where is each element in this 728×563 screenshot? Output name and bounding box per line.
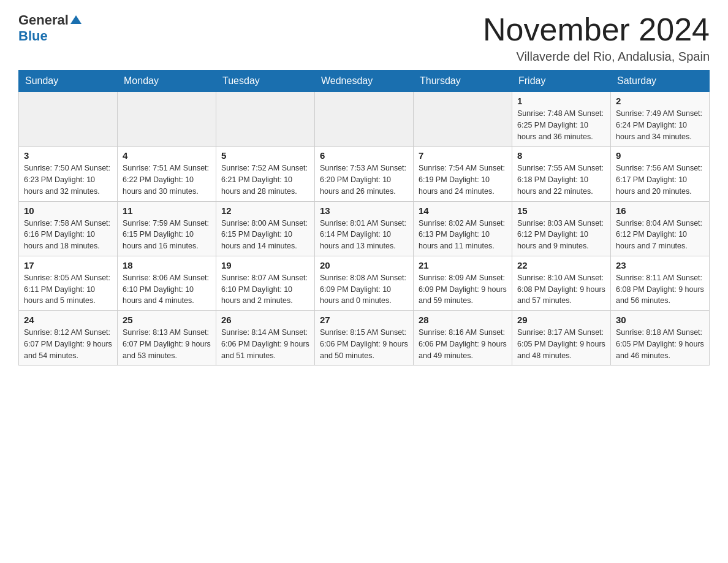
calendar-cell: 23Sunrise: 8:11 AM Sunset: 6:08 PM Dayli… [611,256,710,310]
day-number: 11 [123,205,211,216]
calendar-cell: 24Sunrise: 8:12 AM Sunset: 6:07 PM Dayli… [19,311,118,366]
day-number: 1 [517,96,605,106]
day-info: Sunrise: 7:54 AM Sunset: 6:19 PM Dayligh… [419,163,507,197]
calendar-week-row: 1Sunrise: 7:48 AM Sunset: 6:25 PM Daylig… [19,92,710,147]
calendar-cell: 29Sunrise: 8:17 AM Sunset: 6:05 PM Dayli… [512,311,611,366]
location-title: Villaverde del Rio, Andalusia, Spain [483,50,710,64]
weekday-header-saturday: Saturday [611,71,710,92]
day-number: 22 [517,260,605,270]
day-info: Sunrise: 8:18 AM Sunset: 6:05 PM Dayligh… [616,327,704,361]
day-number: 13 [320,205,408,216]
day-info: Sunrise: 8:10 AM Sunset: 6:08 PM Dayligh… [517,272,605,307]
day-info: Sunrise: 7:53 AM Sunset: 6:20 PM Dayligh… [320,163,408,197]
calendar-cell: 21Sunrise: 8:09 AM Sunset: 6:09 PM Dayli… [414,256,512,310]
calendar-cell: 4Sunrise: 7:51 AM Sunset: 6:22 PM Daylig… [118,147,216,201]
calendar-cell [216,92,315,147]
weekday-header-thursday: Thursday [414,71,512,92]
calendar-cell: 1Sunrise: 7:48 AM Sunset: 6:25 PM Daylig… [512,92,611,147]
calendar-cell: 16Sunrise: 8:04 AM Sunset: 6:12 PM Dayli… [611,201,710,256]
day-info: Sunrise: 8:17 AM Sunset: 6:05 PM Dayligh… [517,327,605,361]
calendar-cell: 8Sunrise: 7:55 AM Sunset: 6:18 PM Daylig… [512,147,611,201]
day-number: 7 [419,150,507,161]
day-info: Sunrise: 8:11 AM Sunset: 6:08 PM Dayligh… [616,272,704,307]
calendar-cell: 11Sunrise: 7:59 AM Sunset: 6:15 PM Dayli… [118,201,216,256]
day-number: 6 [320,150,408,161]
day-number: 20 [320,260,408,270]
day-info: Sunrise: 8:03 AM Sunset: 6:12 PM Dayligh… [517,218,605,252]
calendar-cell: 2Sunrise: 7:49 AM Sunset: 6:24 PM Daylig… [611,92,710,147]
calendar-week-row: 17Sunrise: 8:05 AM Sunset: 6:11 PM Dayli… [19,256,710,310]
day-number: 4 [123,150,211,161]
day-info: Sunrise: 7:55 AM Sunset: 6:18 PM Dayligh… [517,163,605,197]
day-info: Sunrise: 7:59 AM Sunset: 6:15 PM Dayligh… [123,218,211,252]
day-info: Sunrise: 8:13 AM Sunset: 6:07 PM Dayligh… [123,327,211,361]
day-number: 16 [616,205,704,216]
day-number: 17 [24,260,112,270]
day-number: 26 [221,315,309,325]
day-number: 27 [320,315,408,325]
calendar-cell [414,92,512,147]
calendar-cell: 28Sunrise: 8:16 AM Sunset: 6:06 PM Dayli… [414,311,512,366]
day-info: Sunrise: 8:01 AM Sunset: 6:14 PM Dayligh… [320,218,408,252]
day-info: Sunrise: 7:51 AM Sunset: 6:22 PM Dayligh… [123,163,211,197]
day-number: 8 [517,150,605,161]
calendar-cell: 20Sunrise: 8:08 AM Sunset: 6:09 PM Dayli… [315,256,414,310]
calendar-cell: 14Sunrise: 8:02 AM Sunset: 6:13 PM Dayli… [414,201,512,256]
calendar-cell: 25Sunrise: 8:13 AM Sunset: 6:07 PM Dayli… [118,311,216,366]
weekday-header-wednesday: Wednesday [315,71,414,92]
day-number: 5 [221,150,309,161]
logo-triangle-icon [70,15,82,24]
calendar-week-row: 10Sunrise: 7:58 AM Sunset: 6:16 PM Dayli… [19,201,710,256]
day-info: Sunrise: 8:00 AM Sunset: 6:15 PM Dayligh… [221,218,309,252]
calendar-cell [118,92,216,147]
day-info: Sunrise: 7:58 AM Sunset: 6:16 PM Dayligh… [24,218,112,252]
day-info: Sunrise: 8:07 AM Sunset: 6:10 PM Dayligh… [221,272,309,307]
weekday-header-row: SundayMondayTuesdayWednesdayThursdayFrid… [19,71,710,92]
calendar-cell: 9Sunrise: 7:56 AM Sunset: 6:17 PM Daylig… [611,147,710,201]
title-block: November 2024 Villaverde del Rio, Andalu… [483,12,710,64]
weekday-header-monday: Monday [118,71,216,92]
logo-blue: Blue [18,28,48,44]
calendar-cell: 10Sunrise: 7:58 AM Sunset: 6:16 PM Dayli… [19,201,118,256]
calendar-cell: 3Sunrise: 7:50 AM Sunset: 6:23 PM Daylig… [19,147,118,201]
calendar-cell: 13Sunrise: 8:01 AM Sunset: 6:14 PM Dayli… [315,201,414,256]
weekday-header-friday: Friday [512,71,611,92]
calendar-cell [315,92,414,147]
day-info: Sunrise: 8:06 AM Sunset: 6:10 PM Dayligh… [123,272,211,307]
day-info: Sunrise: 8:15 AM Sunset: 6:06 PM Dayligh… [320,327,408,361]
day-number: 21 [419,260,507,270]
weekday-header-sunday: Sunday [19,71,118,92]
day-number: 28 [419,315,507,325]
day-number: 3 [24,150,112,161]
day-info: Sunrise: 7:48 AM Sunset: 6:25 PM Dayligh… [517,108,605,142]
calendar-cell: 27Sunrise: 8:15 AM Sunset: 6:06 PM Dayli… [315,311,414,366]
day-info: Sunrise: 7:52 AM Sunset: 6:21 PM Dayligh… [221,163,309,197]
calendar-cell: 6Sunrise: 7:53 AM Sunset: 6:20 PM Daylig… [315,147,414,201]
day-info: Sunrise: 7:56 AM Sunset: 6:17 PM Dayligh… [616,163,704,197]
day-number: 30 [616,315,704,325]
page-header: General Blue November 2024 Villaverde de… [18,12,710,64]
day-number: 2 [616,96,704,106]
day-number: 12 [221,205,309,216]
calendar-cell: 30Sunrise: 8:18 AM Sunset: 6:05 PM Dayli… [611,311,710,366]
day-info: Sunrise: 8:05 AM Sunset: 6:11 PM Dayligh… [24,272,112,307]
calendar-cell: 18Sunrise: 8:06 AM Sunset: 6:10 PM Dayli… [118,256,216,310]
day-info: Sunrise: 8:14 AM Sunset: 6:06 PM Dayligh… [221,327,309,361]
day-info: Sunrise: 8:02 AM Sunset: 6:13 PM Dayligh… [419,218,507,252]
day-number: 29 [517,315,605,325]
month-title: November 2024 [483,12,710,47]
day-number: 25 [123,315,211,325]
calendar-cell: 15Sunrise: 8:03 AM Sunset: 6:12 PM Dayli… [512,201,611,256]
weekday-header-tuesday: Tuesday [216,71,315,92]
day-number: 23 [616,260,704,270]
day-number: 24 [24,315,112,325]
day-info: Sunrise: 8:16 AM Sunset: 6:06 PM Dayligh… [419,327,507,361]
calendar-cell: 7Sunrise: 7:54 AM Sunset: 6:19 PM Daylig… [414,147,512,201]
calendar-table: SundayMondayTuesdayWednesdayThursdayFrid… [18,70,710,366]
calendar-cell: 5Sunrise: 7:52 AM Sunset: 6:21 PM Daylig… [216,147,315,201]
calendar-cell: 12Sunrise: 8:00 AM Sunset: 6:15 PM Dayli… [216,201,315,256]
calendar-cell [19,92,118,147]
calendar-cell: 26Sunrise: 8:14 AM Sunset: 6:06 PM Dayli… [216,311,315,366]
day-info: Sunrise: 8:12 AM Sunset: 6:07 PM Dayligh… [24,327,112,361]
logo-general: General [18,12,69,28]
